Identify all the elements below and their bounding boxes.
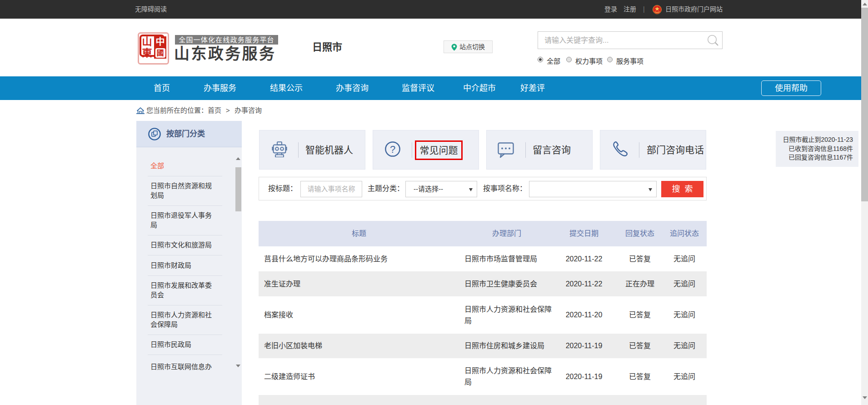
svg-text:?: ? bbox=[390, 144, 395, 155]
